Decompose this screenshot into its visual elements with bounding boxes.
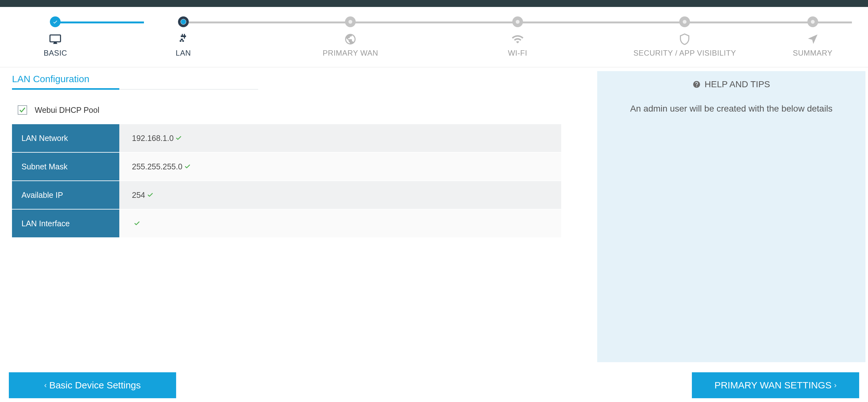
stepper: BASIC LAN PRIMARY WAN WI-F [0,7,868,67]
footer: ‹ Basic Device Settings PRIMARY WAN SETT… [0,366,868,402]
field-value[interactable]: 192.168.1.0 [119,124,561,152]
row-lan-interface: LAN Interface [12,209,561,238]
shield-icon [601,33,769,46]
valid-check-icon [147,192,153,198]
step-circle-pending [345,17,356,27]
dhcp-pool-label: Webui DHCP Pool [35,106,99,115]
step-line [518,22,685,23]
checkmark-icon [19,106,26,114]
help-title-text: HELP AND TIPS [705,79,770,89]
step-label: SECURITY / APP VISIBILITY [601,49,769,58]
back-button[interactable]: ‹ Basic Device Settings [9,372,176,398]
back-button-label: Basic Device Settings [49,380,141,391]
step-line [183,22,351,23]
valid-check-icon [134,220,140,227]
field-value[interactable]: 255.255.255.0 [119,153,561,180]
field-value[interactable]: 254 [119,181,561,209]
value-text: 254 [132,191,145,200]
step-line [55,22,144,23]
valid-check-icon [184,163,191,170]
monitor-icon [11,33,100,46]
step-label: WI-FI [434,49,601,58]
step-circle-pending [512,17,523,27]
step-circle-completed [50,17,61,27]
step-circle-pending [807,17,818,27]
field-label: Available IP [12,181,119,209]
wifi-icon [434,33,601,46]
main-panel: LAN Configuration Webui DHCP Pool LAN Ne… [0,67,597,366]
step-label: LAN [100,49,267,58]
help-body: An admin user will be created with the b… [607,103,856,115]
step-label: SUMMARY [768,49,857,58]
next-button-label: PRIMARY WAN SETTINGS [714,380,831,391]
dhcp-pool-checkbox[interactable] [18,105,27,115]
help-title: HELP AND TIPS [692,79,770,89]
network-icon [100,33,267,46]
top-bar [0,0,868,7]
dhcp-pool-checkbox-row: Webui DHCP Pool [18,105,588,115]
globe-icon [267,33,434,46]
chevron-right-icon: › [834,381,837,390]
check-icon [52,19,58,25]
step-basic[interactable]: BASIC [11,17,100,58]
next-button[interactable]: PRIMARY WAN SETTINGS › [692,372,859,398]
section-title: LAN Configuration [12,74,588,88]
field-value[interactable] [119,209,561,237]
field-label: LAN Network [12,124,119,152]
row-subnet-mask: Subnet Mask 255.255.255.0 [12,153,561,181]
step-line [350,22,518,23]
config-table: LAN Network 192.168.1.0 Subnet Mask 255.… [12,124,561,238]
row-lan-network: LAN Network 192.168.1.0 [12,124,561,153]
value-text: 192.168.1.0 [132,134,174,143]
title-underline-rest [119,89,258,89]
step-label: BASIC [11,49,100,58]
chevron-left-icon: ‹ [44,381,47,390]
field-label: Subnet Mask [12,153,119,180]
title-underline [12,88,119,90]
help-sidebar: HELP AND TIPS An admin user will be crea… [597,71,866,362]
row-available-ip: Available IP 254 [12,181,561,209]
help-icon [692,80,701,88]
field-label: LAN Interface [12,209,119,237]
valid-check-icon [176,135,182,141]
step-circle-current [178,17,189,27]
step-circle-pending [679,17,690,27]
arrow-icon [768,33,857,46]
step-line [685,22,852,23]
value-text: 255.255.255.0 [132,162,182,171]
step-label: PRIMARY WAN [267,49,434,58]
